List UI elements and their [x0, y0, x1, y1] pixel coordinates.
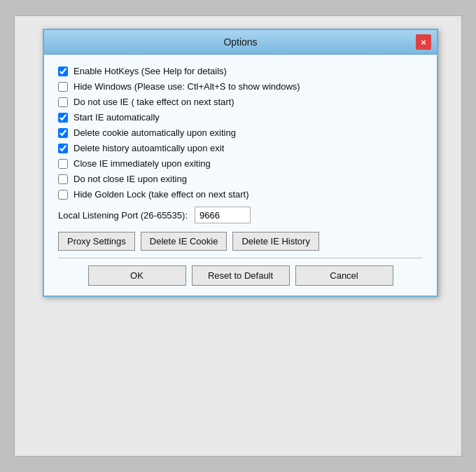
checkbox-row-8: Do not close IE upon exiting — [58, 174, 423, 184]
delete-cookie-label[interactable]: Delete cookie automatically upon exiting — [74, 127, 236, 138]
ok-button[interactable]: OK — [88, 265, 186, 286]
port-input[interactable] — [195, 207, 251, 223]
start-ie-label[interactable]: Start IE automatically — [74, 112, 160, 123]
port-row: Local Listening Port (26-65535): — [58, 207, 423, 223]
delete-history-checkbox[interactable] — [58, 144, 68, 153]
do-not-use-ie-checkbox[interactable] — [58, 97, 68, 107]
hide-golden-lock-label[interactable]: Hide Golden Lock (take effect on next st… — [74, 189, 249, 200]
title-bar: Options × — [44, 30, 437, 55]
action-buttons-row: Proxy Settings Delete IE Cookie Delete I… — [58, 232, 423, 251]
checkbox-row-1: Enable HotKeys (See Help for details) — [58, 66, 423, 76]
close-ie-label[interactable]: Close IE immediately upon exiting — [74, 158, 211, 169]
enable-hotkeys-label[interactable]: Enable HotKeys (See Help for details) — [74, 66, 227, 76]
delete-ie-cookie-button[interactable]: Delete IE Cookie — [141, 232, 227, 251]
dialog-body: Enable HotKeys (See Help for details) Hi… — [44, 55, 437, 296]
confirm-buttons-row: OK Reset to Default Cancel — [58, 265, 423, 286]
checkbox-row-7: Close IE immediately upon exiting — [58, 158, 423, 169]
checkbox-row-5: Delete cookie automatically upon exiting — [58, 127, 423, 138]
reset-button[interactable]: Reset to Default — [192, 265, 290, 286]
checkbox-row-2: Hide Windows (Please use: Ctl+Alt+S to s… — [58, 81, 423, 92]
cancel-button[interactable]: Cancel — [295, 265, 393, 286]
delete-ie-history-button[interactable]: Delete IE History — [232, 232, 319, 251]
delete-history-label[interactable]: Delete history autoamtically upon exit — [74, 143, 224, 153]
port-label: Local Listening Port (26-65535): — [58, 210, 188, 221]
do-not-close-ie-checkbox[interactable] — [58, 174, 68, 184]
checkbox-row-3: Do not use IE ( take effect on next star… — [58, 97, 423, 107]
enable-hotkeys-checkbox[interactable] — [58, 67, 68, 76]
options-dialog: Options × Enable HotKeys (See Help for d… — [43, 29, 438, 297]
checkbox-row-6: Delete history autoamtically upon exit — [58, 143, 423, 153]
hide-windows-label[interactable]: Hide Windows (Please use: Ctl+Alt+S to s… — [74, 81, 300, 92]
divider — [58, 258, 423, 258]
checkbox-row-9: Hide Golden Lock (take effect on next st… — [58, 189, 423, 200]
proxy-settings-button[interactable]: Proxy Settings — [58, 232, 135, 251]
start-ie-checkbox[interactable] — [58, 113, 68, 123]
do-not-use-ie-label[interactable]: Do not use IE ( take effect on next star… — [74, 97, 234, 107]
hide-windows-checkbox[interactable] — [58, 82, 68, 92]
backdrop: Options × Enable HotKeys (See Help for d… — [14, 15, 462, 457]
dialog-title: Options — [65, 36, 416, 48]
close-button[interactable]: × — [416, 34, 431, 50]
hide-golden-lock-checkbox[interactable] — [58, 190, 68, 200]
checkbox-row-4: Start IE automatically — [58, 112, 423, 123]
do-not-close-ie-label[interactable]: Do not close IE upon exiting — [74, 174, 187, 184]
close-ie-checkbox[interactable] — [58, 159, 68, 169]
delete-cookie-checkbox[interactable] — [58, 128, 68, 138]
